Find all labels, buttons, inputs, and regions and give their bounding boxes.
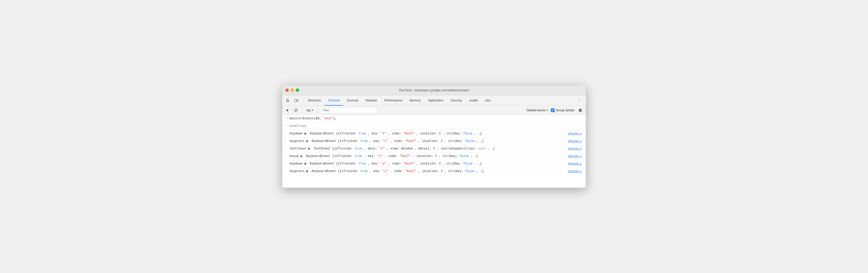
block-button[interactable] [292,107,299,114]
console-body-keypress-y: keypress KeyboardEvent {isTrusted: true … [289,168,564,174]
console-body-input: monitorEvents($0, "key"); [289,116,584,122]
tab-axe[interactable]: aXe [482,96,494,106]
console-source-2[interactable]: VM1240:1 [564,140,584,143]
svg-line-4 [295,109,297,111]
cursor-icon [286,98,290,103]
result-arrow: ← [286,124,288,127]
group-similar-checkbox[interactable] [551,108,555,112]
prompt-arrow: › [286,116,288,120]
console-gutter-undefined: ← [282,123,289,127]
console-body-textinput-t: textInput TextEvent {isTrusted: true , d… [289,146,564,151]
settings-button[interactable] [577,107,584,114]
play-icon [286,108,289,112]
console-gutter-input: › [282,116,289,120]
filter-input[interactable] [320,107,377,113]
inspect-element-button[interactable] [284,97,291,104]
console-row-undefined: ← undefined [282,123,586,130]
console-row-input: › monitorEvents($0, "key"); [282,115,586,123]
console-body-keydown-t: keydown KeyboardEvent {isTrusted: true ,… [289,131,564,137]
block-icon [294,108,298,112]
expand-arrow-1[interactable] [305,132,307,135]
nav-icon-group [284,95,303,105]
nav-bar: Elements Console Sources Network Perform… [282,95,586,106]
console-gutter-1 [282,131,289,132]
clear-console-button[interactable] [284,107,291,114]
svg-rect-0 [295,99,297,102]
maximize-button[interactable] [296,89,299,92]
tab-console[interactable]: Console [324,96,343,106]
level-selector[interactable]: Default levels ▾ [525,108,549,113]
nav-tabs: Elements Console Sources Network Perform… [304,95,575,105]
tab-memory[interactable]: Memory [406,96,424,106]
console-gutter-6 [282,168,289,169]
toolbar-divider-1 [302,108,302,113]
console-row-textinput-t: textInput TextEvent {isTrusted: true , d… [282,145,586,152]
console-body-keydown-y: keydown KeyboardEvent {isTrusted: true ,… [289,161,564,167]
expand-arrow-4[interactable] [301,155,303,158]
window-title: DevTools - developers.google.com/web/sho… [399,89,469,92]
title-bar: DevTools - developers.google.com/web/sho… [282,86,586,95]
expand-arrow-2[interactable] [306,140,309,142]
traffic-lights [285,89,299,92]
device-icon [294,98,298,103]
device-toolbar-button[interactable] [292,97,300,104]
console-source-5[interactable]: VM1240:1 [564,162,584,165]
console-body-keypress-t: keypress KeyboardEvent {isTrusted: true … [289,138,564,144]
console-row-keypress-y: keypress KeyboardEvent {isTrusted: true … [282,168,586,175]
tab-network[interactable]: Network [362,96,381,106]
console-gutter-3 [282,146,289,147]
console-gutter-2 [282,138,289,139]
level-chevron-icon: ▾ [547,109,548,111]
more-tabs-button[interactable]: ⋮ [575,95,584,105]
console-source-4[interactable]: VM1240:1 [564,155,584,158]
console-row-keydown-y: keydown KeyboardEvent {isTrusted: true ,… [282,160,586,168]
group-similar-label: Group similar [551,108,574,112]
console-toolbar: top ▾ Default levels ▾ Group similar [282,106,586,115]
console-row-keyup-t: keyup KeyboardEvent {isTrusted: true , k… [282,152,586,160]
console-source-1[interactable]: VM1240:1 [564,132,584,135]
tab-elements[interactable]: Elements [304,96,324,106]
gear-icon [578,108,582,112]
tab-audits[interactable]: Audits [465,96,481,106]
tab-performance[interactable]: Performance [381,96,406,106]
tab-application[interactable]: Application [424,96,447,106]
expand-arrow-5[interactable] [305,163,307,165]
svg-marker-2 [287,109,289,111]
console-body-undefined: undefined [289,123,584,129]
console-row-keypress-t: keypress KeyboardEvent {isTrusted: true … [282,138,586,145]
tab-security[interactable]: Security [447,96,465,106]
console-row-keydown-t: keydown KeyboardEvent {isTrusted: true ,… [282,130,586,138]
console-body-keyup-t: keyup KeyboardEvent {isTrusted: true , k… [289,153,564,159]
console-source-6[interactable]: VM1240:1 [564,170,584,173]
console-content: › monitorEvents($0, "key"); ← undefined … [282,115,586,187]
console-source-3[interactable]: VM1240:1 [564,147,584,150]
devtools-window: DevTools - developers.google.com/web/sho… [282,85,586,188]
close-button[interactable] [285,89,289,92]
console-gutter-4 [282,153,289,154]
minimize-button[interactable] [290,89,294,92]
expand-arrow-6[interactable] [306,170,309,173]
expand-arrow-3[interactable] [308,147,311,150]
svg-rect-1 [297,100,298,101]
context-selector[interactable]: top ▾ [305,108,315,113]
chevron-down-icon: ▾ [312,109,313,111]
tab-sources[interactable]: Sources [343,96,362,106]
console-gutter-5 [282,161,289,162]
